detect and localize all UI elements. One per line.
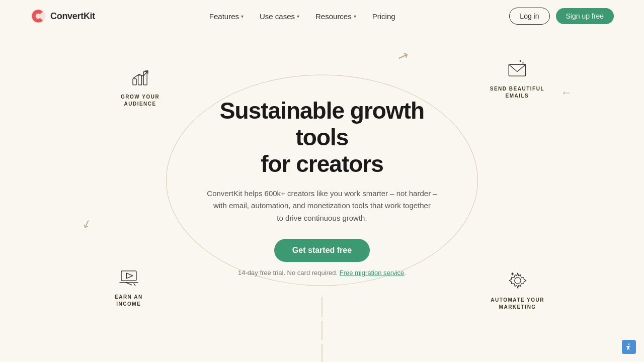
income-icon xyxy=(115,266,143,291)
logo-text: ConvertKit xyxy=(50,11,95,22)
automate-icon xyxy=(491,269,544,294)
chevron-down-icon: ▾ xyxy=(354,14,356,19)
chevron-down-icon: ▾ xyxy=(297,14,299,19)
feature-automate: AUTOMATE YOUR MARKETING xyxy=(491,269,544,311)
accessibility-widget[interactable] xyxy=(622,340,636,354)
svg-rect-9 xyxy=(121,271,136,281)
svg-marker-12 xyxy=(126,273,132,279)
nav-item-resources[interactable]: Resources ▾ xyxy=(315,12,356,21)
feature-email: SEND BEAUTIFUL EMAILS xyxy=(490,58,544,100)
accessibility-icon xyxy=(625,343,633,351)
signup-button[interactable]: Sign up free xyxy=(556,8,614,24)
feature-income: EARN AN INCOME xyxy=(115,266,143,308)
svg-line-13 xyxy=(134,283,136,286)
hero-content: Sustainable growth tools for creators Co… xyxy=(191,98,453,277)
arrow-right-icon: ↓ xyxy=(560,90,574,96)
income-label: EARN AN INCOME xyxy=(115,294,143,308)
nav-actions: Log in Sign up free xyxy=(509,8,614,25)
grow-label: GROW YOUR AUDIENCE xyxy=(121,94,159,108)
svg-rect-1 xyxy=(133,79,136,85)
migration-link[interactable]: Free migration service xyxy=(340,269,405,277)
feature-grow: GROW YOUR AUDIENCE xyxy=(121,66,159,108)
email-icon xyxy=(490,58,544,82)
hero-subtitle: ConvertKit helps 600k+ creators like you… xyxy=(191,188,453,225)
grow-icon xyxy=(121,66,159,90)
login-button[interactable]: Log in xyxy=(509,8,549,25)
navbar: ConvertKit Features ▾ Use cases ▾ Resour… xyxy=(0,0,644,32)
arrow-top-right-icon: ↗ xyxy=(395,47,411,65)
nav-item-usecases[interactable]: Use cases ▾ xyxy=(260,12,299,21)
bottom-decorative-lines xyxy=(322,297,323,362)
nav-links: Features ▾ Use cases ▾ Resources ▾ Prici… xyxy=(209,12,395,21)
svg-line-11 xyxy=(126,283,132,285)
hero-title: Sustainable growth tools for creators xyxy=(191,98,453,177)
svg-point-14 xyxy=(514,278,520,284)
trial-text: 14-day free trial. No card required. Fre… xyxy=(191,269,453,277)
svg-rect-2 xyxy=(138,75,141,85)
email-label: SEND BEAUTIFUL EMAILS xyxy=(490,85,544,100)
nav-item-pricing[interactable]: Pricing xyxy=(372,12,395,21)
chevron-down-icon: ▾ xyxy=(241,14,244,19)
nav-item-features[interactable]: Features ▾ xyxy=(209,12,244,21)
logo-icon xyxy=(30,8,46,24)
arrow-left-icon: ↙ xyxy=(80,216,93,232)
cta-button[interactable]: Get started free xyxy=(274,239,370,262)
automate-label: AUTOMATE YOUR MARKETING xyxy=(491,297,544,311)
hero-section: ↗ ↓ ↙ GROW YOUR AUDIENCE xyxy=(0,32,644,362)
logo-link[interactable]: ConvertKit xyxy=(30,8,95,24)
